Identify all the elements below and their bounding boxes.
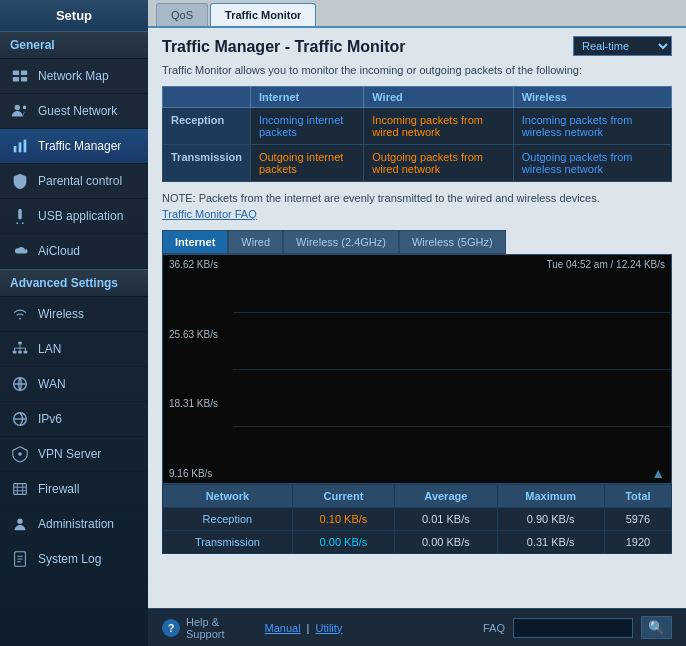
sidebar-item-label: Wireless bbox=[38, 307, 84, 321]
sidebar-item-traffic-manager[interactable]: Traffic Manager bbox=[0, 129, 148, 164]
sidebar-item-wireless[interactable]: Wireless bbox=[0, 297, 148, 332]
sidebar-item-label: USB application bbox=[38, 209, 123, 223]
sidebar-item-label: IPv6 bbox=[38, 412, 62, 426]
tab-qos[interactable]: QoS bbox=[156, 3, 208, 26]
help-label: Help & Support bbox=[186, 616, 225, 640]
svg-rect-19 bbox=[14, 484, 27, 495]
monitor-tab-wireless-24[interactable]: Wireless (2.4GHz) bbox=[283, 230, 399, 254]
note-text: NOTE: Packets from the internet are even… bbox=[162, 192, 672, 204]
graph-y-labels: 36.62 KB/s 25.63 KB/s 18.31 KB/s 9.16 KB… bbox=[169, 255, 218, 483]
stats-row-reception: Reception 0.10 KB/s 0.01 KB/s 0.90 KB/s … bbox=[163, 508, 672, 531]
sidebar-item-system-log[interactable]: System Log bbox=[0, 542, 148, 577]
wifi-icon bbox=[10, 304, 30, 324]
utility-link[interactable]: Utility bbox=[315, 622, 342, 634]
svg-rect-9 bbox=[18, 209, 22, 220]
faq-search-button[interactable]: 🔍 bbox=[641, 616, 672, 639]
graph-label-bottom: 9.16 KB/s bbox=[169, 468, 218, 479]
sidebar-item-guest-network[interactable]: Guest Network bbox=[0, 94, 148, 129]
sidebar-setup-header: Setup bbox=[0, 0, 148, 31]
sidebar-item-firewall[interactable]: Firewall bbox=[0, 472, 148, 507]
sidebar-item-network-map[interactable]: Network Map bbox=[0, 59, 148, 94]
sidebar-item-vpn-server[interactable]: VPN Server bbox=[0, 437, 148, 472]
stats-reception-average: 0.01 KB/s bbox=[395, 508, 497, 531]
sidebar-item-usb-application[interactable]: USB application bbox=[0, 199, 148, 234]
sidebar-item-wan[interactable]: WAN bbox=[0, 367, 148, 402]
sidebar-item-label: Traffic Manager bbox=[38, 139, 121, 153]
firewall-icon bbox=[10, 479, 30, 499]
manual-link[interactable]: Manual bbox=[265, 622, 301, 634]
link-outgoing-wireless[interactable]: Outgoing packets from wireless network bbox=[522, 151, 633, 175]
traffic-graph: 36.62 KB/s 25.63 KB/s 18.31 KB/s 9.16 KB… bbox=[162, 254, 672, 484]
link-outgoing-wired[interactable]: Outgoing packets from wired network bbox=[372, 151, 483, 175]
sidebar-setup-label: Setup bbox=[56, 8, 92, 23]
main-tabs-bar: QoS Traffic Monitor bbox=[148, 0, 686, 28]
cell-transmission-wired: Outgoing packets from wired network bbox=[364, 145, 513, 182]
stats-label-reception: Reception bbox=[163, 508, 293, 531]
bottom-faq-area: FAQ 🔍 bbox=[483, 616, 672, 639]
link-outgoing-internet[interactable]: Outgoing internet packets bbox=[259, 151, 343, 175]
realtime-select[interactable]: Real-time Last 24 Hours Last Week Last M… bbox=[573, 36, 672, 56]
link-incoming-wired[interactable]: Incoming packets from wired network bbox=[372, 114, 483, 138]
svg-rect-2 bbox=[13, 77, 19, 82]
faq-link[interactable]: Traffic Monitor FAQ bbox=[162, 208, 672, 220]
svg-rect-14 bbox=[18, 351, 22, 354]
svg-rect-12 bbox=[18, 342, 22, 345]
stats-transmission-average: 0.00 KB/s bbox=[395, 531, 497, 554]
row-label-reception: Reception bbox=[163, 108, 251, 145]
stats-transmission-total: 1920 bbox=[604, 531, 671, 554]
sidebar-general-section: General bbox=[0, 31, 148, 59]
stats-header-network: Network bbox=[163, 485, 293, 508]
stats-row-transmission: Transmission 0.00 KB/s 0.00 KB/s 0.31 KB… bbox=[163, 531, 672, 554]
svg-point-18 bbox=[18, 452, 22, 456]
faq-search-input[interactable] bbox=[513, 618, 633, 638]
svg-rect-1 bbox=[21, 71, 27, 76]
monitor-tab-wired[interactable]: Wired bbox=[228, 230, 283, 254]
row-label-transmission: Transmission bbox=[163, 145, 251, 182]
help-icon: ? bbox=[162, 619, 180, 637]
svg-rect-15 bbox=[24, 351, 28, 354]
svg-rect-3 bbox=[21, 77, 27, 82]
vpn-icon bbox=[10, 444, 30, 464]
cell-reception-wired: Incoming packets from wired network bbox=[364, 108, 513, 145]
table-header-empty bbox=[163, 87, 251, 108]
bottom-bar: ? Help & Support Manual | Utility FAQ 🔍 bbox=[148, 608, 686, 646]
page-description: Traffic Monitor allows you to monitor th… bbox=[162, 64, 672, 76]
people-icon bbox=[10, 101, 30, 121]
log-icon bbox=[10, 549, 30, 569]
tab-traffic-monitor[interactable]: Traffic Monitor bbox=[210, 3, 316, 26]
sidebar-item-label: WAN bbox=[38, 377, 66, 391]
sidebar-advanced-section: Advanced Settings bbox=[0, 269, 148, 297]
lan-icon bbox=[10, 339, 30, 359]
help-support: ? Help & Support bbox=[162, 616, 225, 640]
sidebar-item-aicloud[interactable]: AiCloud bbox=[0, 234, 148, 269]
realtime-dropdown[interactable]: Real-time Last 24 Hours Last Week Last M… bbox=[573, 36, 672, 56]
sidebar-item-label: AiCloud bbox=[38, 244, 80, 258]
monitor-tab-internet[interactable]: Internet bbox=[162, 230, 228, 254]
link-incoming-wireless[interactable]: Incoming packets from wireless network bbox=[522, 114, 633, 138]
stats-header-total: Total bbox=[604, 485, 671, 508]
svg-point-20 bbox=[17, 519, 22, 524]
monitor-tab-wireless-5[interactable]: Wireless (5GHz) bbox=[399, 230, 506, 254]
link-incoming-internet[interactable]: Incoming internet packets bbox=[259, 114, 343, 138]
stats-header-average: Average bbox=[395, 485, 497, 508]
map-icon bbox=[10, 66, 30, 86]
cell-reception-internet: Incoming internet packets bbox=[250, 108, 363, 145]
sidebar-item-lan[interactable]: LAN bbox=[0, 332, 148, 367]
stats-label-transmission: Transmission bbox=[163, 531, 293, 554]
sidebar-item-ipv6[interactable]: IPv6 bbox=[0, 402, 148, 437]
sidebar: Setup General Network Map Guest Network … bbox=[0, 0, 148, 646]
sidebar-item-administration[interactable]: Administration bbox=[0, 507, 148, 542]
stats-reception-maximum: 0.90 KB/s bbox=[497, 508, 604, 531]
stats-transmission-current: 0.00 KB/s bbox=[292, 531, 394, 554]
scroll-indicator[interactable]: ▲ bbox=[651, 465, 665, 481]
bottom-links: Manual | Utility bbox=[265, 622, 343, 634]
stats-table: Network Current Average Maximum Total Re… bbox=[162, 484, 672, 554]
sidebar-item-label: Guest Network bbox=[38, 104, 117, 118]
main-content: QoS Traffic Monitor Real-time Last 24 Ho… bbox=[148, 0, 686, 646]
graph-label-top: 36.62 KB/s bbox=[169, 259, 218, 270]
sidebar-item-parental-control[interactable]: Parental control bbox=[0, 164, 148, 199]
cell-transmission-internet: Outgoing internet packets bbox=[250, 145, 363, 182]
graph-label-3: 18.31 KB/s bbox=[169, 398, 218, 409]
sidebar-item-label: System Log bbox=[38, 552, 101, 566]
svg-point-11 bbox=[22, 222, 24, 224]
